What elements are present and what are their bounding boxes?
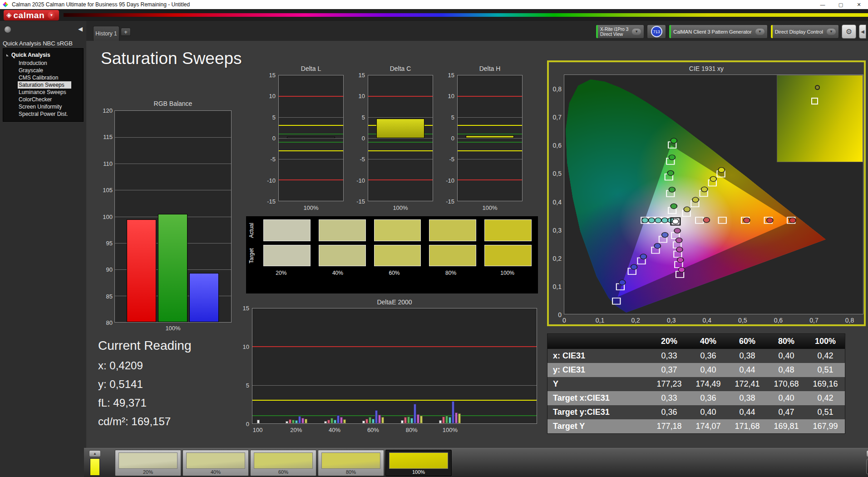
rgb-bar-green [158,214,187,322]
pattern-status-bar [669,25,671,38]
chevron-down-icon[interactable]: ▼ [827,29,836,35]
chevron-down-icon[interactable]: ▼ [755,29,764,35]
deltae-bar [301,418,304,423]
current-reading-panel: Current Reading x: 0,4209y: 0,5141fL: 49… [98,338,191,434]
meter-dropdown[interactable]: X-Rite i1Pro 3 Direct View ▼ [596,25,644,39]
brand-bar: ◈ calman ▼ [0,9,868,21]
settings-gear-button[interactable]: ⚙ [842,25,856,39]
measurement-table: 20%40%60%80%100% x: CIE310,330,360,380,4… [547,333,845,434]
pattern-generator-dropdown[interactable]: CalMAN Client 3 Pattern Generator ▼ [669,25,767,39]
deltae-bar [417,414,419,423]
main-menu-dropdown-icon[interactable]: ▼ [48,11,55,19]
rgb-bar-red [127,219,156,322]
sidebar-item-screen-uniformity[interactable]: Screen Uniformity [3,103,83,110]
cie-xtick: 0,7 [809,317,818,324]
table-cell: 0,51 [806,407,845,417]
meter-count-button[interactable]: 713 [647,25,666,39]
cie-chart: 0,80,70,60,50,40,30,20,10 00,10,20,30,40… [564,75,863,314]
tab-history-1[interactable]: History 1 [93,26,119,41]
gridline [279,117,343,118]
table-cell: 169,81 [767,422,806,431]
pattern-button-40%[interactable]: 40% [182,450,249,476]
pattern-expand-button[interactable]: ▲ [89,450,101,457]
tree-root-quick-analysis[interactable]: Quick Analysis [3,50,83,60]
cie-measured-point [671,204,677,209]
deltae-group [401,404,423,423]
sidebar-item-spectral-power-dist-[interactable]: Spectral Power Dist. [3,110,83,118]
swatch-col-label: 40% [314,270,362,292]
transport-expand-button[interactable]: ▲ [866,450,868,457]
minimize-button[interactable]: — [814,0,832,9]
deltae-bar [298,416,301,423]
current-pattern-swatch[interactable] [90,458,100,476]
target-row-label: Target [248,245,255,267]
table-cell: 169,16 [806,379,845,389]
delta-xaxis-label: 100% [482,204,497,211]
deltae-bar [334,420,336,424]
limit-line [279,150,343,151]
workflow-sidebar: ◀ Quick Analysis NBC sRGB Quick Analysis… [0,21,86,477]
target-swatch [263,245,311,267]
table-row-label: y: CIE31 [547,365,650,375]
meter-status-bar [596,25,598,38]
display-control-dropdown[interactable]: Direct Display Control ▼ [770,25,839,39]
inset-measured-point [815,85,820,90]
rgb-balance-title: RGB Balance [114,100,232,107]
sidebar-item-luminance-sweeps[interactable]: Luminance Sweeps [3,89,83,96]
deltae-bar [452,401,454,423]
delta-ytick: 10 [436,93,454,99]
gridline [458,159,522,159]
pattern-button-100%[interactable]: 100% [385,450,452,476]
cie-measured-point [640,254,646,259]
deltae-bar [407,417,410,423]
deltae-ytick: 10 [231,343,249,350]
deltae-bar [289,419,291,423]
meter-count-badge: 713 [651,26,662,37]
sidebar-item-saturation-sweeps[interactable]: Saturation Sweeps [18,81,71,89]
deltae-bar [286,421,288,423]
cie-measured-point [642,218,648,223]
limit-line [252,346,537,347]
deltae-bar [343,419,346,423]
deltae-bar [458,413,461,423]
sidebar-item-introduction[interactable]: Introduction [3,60,83,67]
current-reading-title: Current Reading [98,338,191,353]
sidebar-item-grayscale[interactable]: Grayscale [3,67,83,74]
table-cell: 177,18 [650,422,689,431]
inset-target-point [811,98,818,104]
stop-measure-button[interactable] [866,459,868,474]
sidebar-collapse-icon[interactable]: ◀ [78,25,83,32]
table-row-label: Target x:CIE31 [547,393,650,403]
add-tab-button[interactable]: + [121,28,131,36]
delta-bar [466,135,513,138]
chevron-left-icon: ◀ [861,29,864,34]
cie-measured-point [619,280,626,285]
maximize-button[interactable]: ▢ [832,0,850,9]
pattern-button-20%[interactable]: 20% [115,450,181,476]
deltae-bar [330,418,333,423]
chevron-down-icon[interactable]: ▼ [632,29,641,35]
close-button[interactable]: ✕ [850,0,868,9]
cie-ytick: 0,1 [553,283,562,290]
calman-logo[interactable]: ◈ calman ▼ [4,10,59,20]
pattern-button-80%[interactable]: 80% [318,450,384,476]
cie-measured-point [671,138,677,143]
rgb-ytick: 80 [94,319,113,326]
calman-app-window: Calman 2025 Calman Ultimate for Business… [0,0,868,477]
gridline [368,117,433,118]
sidebar-item-colorchecker[interactable]: ColorChecker [3,96,83,103]
sidebar-item-cms-calibration[interactable]: CMS Calibration [3,74,83,81]
table-cell: 174,07 [689,422,728,431]
pattern-bar: ▲ 20%40%60%80%100% ▲ ■▶⋯∞⟳ « Back Next » [84,448,868,477]
deltae-bar [420,416,423,423]
workflow-status-dot[interactable] [5,26,11,33]
deltae-bar [449,417,451,423]
panel-collapse-button[interactable]: ◀ [859,25,866,39]
deltae-bar [365,419,368,423]
swatch-comparison-panel: Actual Target 20%40%60%80%100% [246,216,538,293]
page-title: Saturation Sweeps [101,49,242,68]
cie-1931-panel[interactable]: CIE 1931 xy [547,60,866,326]
pattern-button-60%[interactable]: 60% [250,450,316,476]
cie-ytick: 0,8 [553,85,562,93]
deltae-bar [445,416,448,423]
